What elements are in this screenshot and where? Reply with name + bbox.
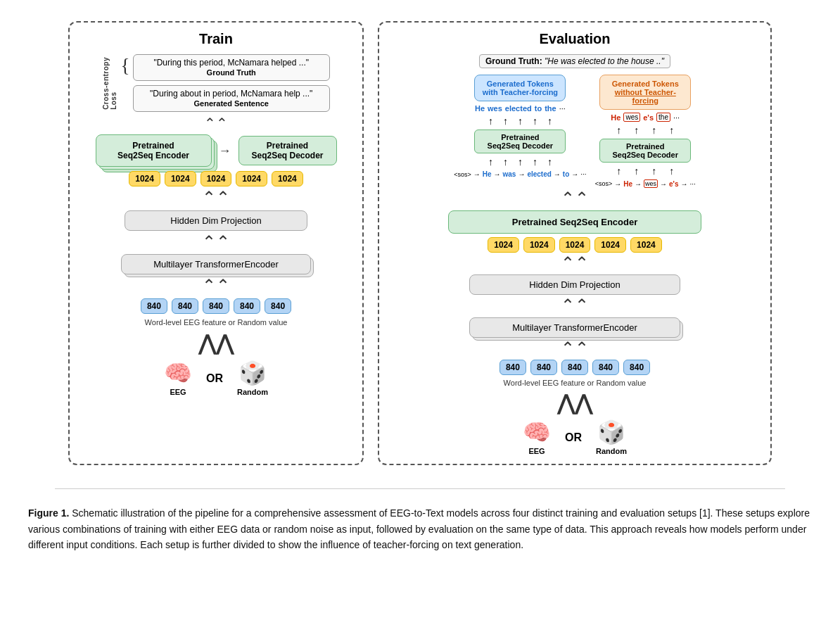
train-section: Train Cross-entropyLoss { "During this p…: [68, 21, 364, 465]
dice-icon: 🎲: [238, 360, 267, 386]
eval-big-arrow: ⋀⋀: [557, 391, 592, 415]
eval-encoder-label: Pretrained Seq2Seq Encoder: [512, 217, 637, 227]
eval-ground-truth: Ground Truth: "He was elected to the hou…: [479, 54, 670, 68]
eval-yellow-3: 1024: [559, 237, 591, 253]
pretrained-decoder-blue: PretrainedSeq2Seq Decoder: [474, 129, 566, 153]
eeg-or-random: 🧠 EEG OR 🎲 Random: [164, 360, 268, 396]
token-row-orange: He wes e's the ···: [611, 113, 680, 122]
encoder-decoder-row: PretrainedSeq2Seq Encoder → PretrainedSe…: [96, 134, 337, 167]
yellow-chips-row: 1024 1024 1024 1024 1024: [129, 171, 303, 186]
random-label: Random: [237, 388, 268, 396]
arrow-up-4: ⌃⌃: [202, 279, 230, 294]
eval-blue-2: 840: [530, 360, 557, 375]
train-title: Train: [199, 31, 233, 47]
decoder-orange-col: Generated Tokens without Teacher-forcing…: [595, 75, 696, 188]
eval-yellow-4: 1024: [594, 237, 626, 253]
encoder-stacked: PretrainedSeq2Seq Encoder: [96, 134, 212, 167]
eval-eeg-icon: 🧠: [523, 419, 551, 445]
main-container: Train Cross-entropyLoss { "During this p…: [14, 14, 826, 560]
eval-yellow-1: 1024: [488, 237, 519, 253]
eval-blue-chips: 840 840 840 840 840: [499, 360, 650, 375]
blue-chip-3: 840: [203, 298, 229, 314]
blue-chip-5: 840: [265, 298, 291, 314]
eval-transformer-box: Multilayer TransformerEncoder: [469, 317, 680, 338]
caption-text: Schematic illustration of the pipeline f…: [28, 507, 810, 550]
generated-text: "During about in period, McNamara help .…: [150, 89, 312, 99]
blue-chip-2: 840: [172, 298, 198, 314]
eval-dice-icon: 🎲: [597, 419, 625, 445]
arrow-right-1: →: [219, 144, 231, 158]
token-row-blue: He wes elected to the ···: [475, 104, 566, 113]
eval-blue-5: 840: [623, 360, 650, 375]
text-boxes-group: "During this period, McNamara helped ...…: [133, 54, 330, 112]
eval-section: Evaluation Ground Truth: "He was elected…: [378, 21, 772, 465]
eeg-icon: 🧠: [164, 360, 192, 386]
eval-random-label: Random: [596, 447, 627, 455]
random-group: 🎲 Random: [237, 360, 268, 396]
blue-chips-row: 840 840 840 840 840: [141, 298, 291, 314]
eval-eeg-or-random: 🧠 EEG OR 🎲 Random: [523, 419, 627, 455]
eval-inner: Ground Truth: "He was elected to the hou…: [388, 54, 762, 455]
arrows-orange: ↑↑↑↑: [616, 125, 674, 136]
figure-caption: Figure 1. Schematic illustration of the …: [14, 505, 826, 559]
eeg-group: 🧠 EEG: [164, 360, 192, 396]
figure-number: Figure 1.: [28, 507, 69, 519]
blue-chip-1: 840: [141, 298, 167, 314]
eval-eeg-group: 🧠 EEG: [523, 419, 551, 455]
encoder-box: PretrainedSeq2Seq Encoder: [96, 134, 212, 167]
hidden-dim-box: Hidden Dim Projection: [125, 210, 307, 231]
eval-transformer-label: Multilayer TransformerEncoder: [512, 322, 637, 333]
eeg-label: EEG: [170, 388, 186, 396]
eeg-feature-label: Word-level EEG feature or Random value: [145, 318, 288, 327]
decoder-blue-col: Generated Tokens with Teacher-forcing He…: [454, 75, 587, 188]
cross-entropy-label: Cross-entropyLoss: [102, 57, 117, 110]
arrows-blue: ↑↑↑↑↑: [488, 115, 552, 127]
eval-blue-3: 840: [561, 360, 588, 375]
two-decoders: Generated Tokens with Teacher-forcing He…: [388, 75, 762, 188]
sos-row-orange: <sos> → He → wes → e's → ···: [595, 179, 696, 188]
generated-sentence-box: "During about in period, McNamara help .…: [133, 85, 330, 112]
train-inner: Cross-entropyLoss { "During this period,…: [78, 54, 354, 396]
arrows-orange-2: ↑↑↑↑: [616, 165, 674, 177]
eval-or-text: OR: [565, 431, 582, 444]
decoder-orange-box: Generated Tokens without Teacher-forcing: [599, 75, 691, 110]
eval-title: Evaluation: [539, 31, 610, 47]
eval-arrow-up-2: ⌃⌃: [561, 256, 589, 272]
eval-yellow-2: 1024: [523, 237, 555, 253]
eval-eeg-feature-label: Word-level EEG feature or Random value: [504, 379, 647, 387]
decoder-box: PretrainedSeq2Seq Decoder: [238, 136, 337, 165]
eval-blue-1: 840: [499, 360, 526, 375]
arrow-up-3: ⌃⌃: [202, 235, 230, 251]
loss-group: Cross-entropyLoss { "During this period,…: [102, 54, 329, 112]
arrow-up-1: ⌃⌃: [204, 116, 228, 130]
big-arrow-up: ⋀⋀: [198, 331, 234, 355]
generated-label: Generated Sentence: [194, 99, 269, 108]
transformer-box: Multilayer TransformerEncoder: [121, 254, 311, 274]
yellow-chip-4: 1024: [236, 171, 267, 186]
eval-arrow-up-1: ⌃⌃: [561, 191, 589, 207]
or-text: OR: [206, 372, 223, 385]
transformer-stacked: Multilayer TransformerEncoder: [121, 254, 311, 274]
divider: [55, 488, 786, 489]
eval-eeg-label: EEG: [528, 447, 545, 455]
yellow-chip-1: 1024: [129, 171, 160, 186]
arrow-up-2: ⌃⌃: [202, 191, 230, 206]
eval-yellow-chips: 1024 1024 1024 1024 1024: [488, 237, 662, 253]
yellow-chip-3: 1024: [201, 171, 232, 186]
blue-chip-4: 840: [234, 298, 260, 314]
eval-transformer-stacked: Multilayer TransformerEncoder: [469, 317, 680, 338]
hidden-dim-label: Hidden Dim Projection: [170, 215, 261, 226]
sos-row-blue: <sos> → He → was → elected → to → ···: [454, 170, 587, 178]
pretrained-decoder-orange: PretrainedSeq2Seq Decoder: [599, 139, 691, 163]
yellow-chip-5: 1024: [272, 171, 303, 186]
diagrams-row: Train Cross-entropyLoss { "During this p…: [14, 14, 826, 472]
decoder-blue-box: Generated Tokens with Teacher-forcing: [474, 75, 566, 101]
eval-hidden-dim-label: Hidden Dim Projection: [529, 279, 620, 290]
eval-yellow-5: 1024: [630, 237, 662, 253]
brace-symbol: {: [120, 54, 129, 112]
ground-truth-box: "During this period, McNamara helped ...…: [133, 54, 330, 81]
arrows-blue-2: ↑↑↑↑↑: [488, 156, 552, 167]
yellow-chip-2: 1024: [165, 171, 196, 186]
eval-hidden-dim-box: Hidden Dim Projection: [469, 274, 680, 295]
transformer-label: Multilayer TransformerEncoder: [153, 259, 279, 270]
